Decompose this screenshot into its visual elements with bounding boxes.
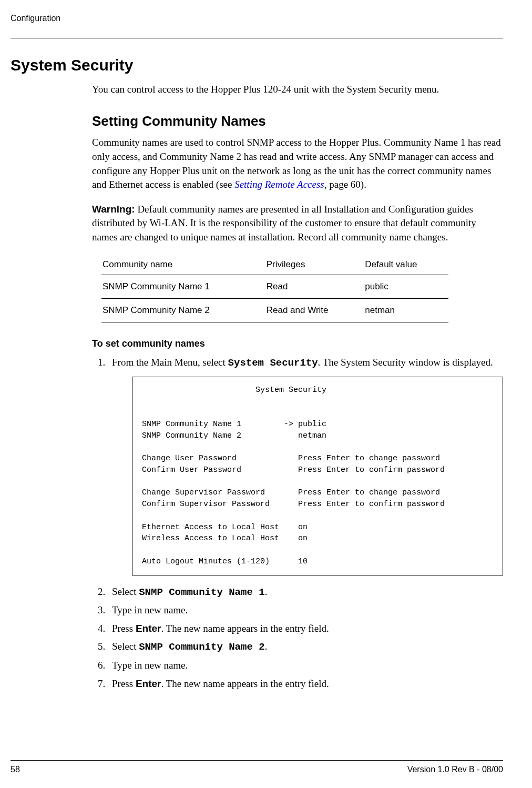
page-number: 58 — [11, 764, 20, 775]
cell: netman — [364, 299, 448, 322]
para1-b: , page 60). — [324, 179, 366, 190]
table-header-row: Community name Privileges Default value — [101, 255, 448, 275]
warning-label: Warning: — [92, 204, 135, 215]
step5-mono: SNMP Community Name 2 — [139, 641, 264, 653]
step2-a: Select — [112, 586, 139, 597]
procedure-steps: From the Main Menu, select System Securi… — [92, 356, 503, 691]
step-3: Type in new name. — [108, 603, 503, 618]
warning-paragraph: Warning: Default community names are pre… — [92, 203, 503, 245]
terminal-window: System Security SNMP Community Name 1 ->… — [132, 377, 503, 575]
step-2: Select SNMP Community Name 1. — [108, 585, 503, 600]
step7-b: . The new name appears in the entry fiel… — [161, 678, 329, 689]
privileges-table: Community name Privileges Default value … — [101, 255, 448, 322]
step7-bold: Enter — [136, 678, 161, 689]
step7-a: Press — [112, 678, 136, 689]
table-row: SNMP Community Name 2 Read and Write net… — [101, 299, 448, 322]
page-title: System Security — [11, 54, 503, 76]
procedure-title: To set community names — [92, 337, 503, 350]
header-rule — [11, 38, 503, 38]
cell: Read — [265, 275, 364, 299]
cell: Read and Write — [265, 299, 364, 322]
intro-paragraph: You can control access to the Hopper Plu… — [92, 83, 503, 97]
step-5: Select SNMP Community Name 2. — [108, 640, 503, 654]
version-string: Version 1.0 Rev B - 08/00 — [407, 764, 503, 775]
step2-mono: SNMP Community Name 1 — [139, 587, 264, 598]
setting-remote-access-link[interactable]: Setting Remote Access — [234, 179, 324, 190]
cell: public — [364, 275, 448, 299]
step-4: Press Enter. The new name appears in the… — [108, 622, 503, 636]
step4-bold: Enter — [136, 623, 161, 634]
step1-a: From the Main Menu, select — [112, 357, 228, 368]
th-privileges: Privileges — [265, 255, 364, 275]
warning-text: Default community names are presented in… — [92, 204, 476, 243]
step-7: Press Enter. The new name appears in the… — [108, 677, 503, 691]
step-1: From the Main Menu, select System Securi… — [108, 356, 503, 575]
table-row: SNMP Community Name 1 Read public — [101, 275, 448, 299]
step5-a: Select — [112, 641, 139, 652]
step1-mono: System Security — [228, 357, 318, 369]
th-community: Community name — [101, 255, 265, 275]
step5-b: . — [265, 641, 268, 652]
step4-b: . The new name appears in the entry fiel… — [161, 623, 329, 634]
step1-b: . The System Security window is displaye… — [318, 357, 493, 368]
th-default: Default value — [364, 255, 448, 275]
step2-b: . — [265, 586, 268, 597]
page-footer: 58 Version 1.0 Rev B - 08/00 — [11, 760, 503, 775]
step4-a: Press — [112, 623, 136, 634]
subsection-title: Setting Community Names — [92, 112, 503, 130]
community-description: Community names are used to control SNMP… — [92, 136, 503, 191]
step-6: Type in new name. — [108, 659, 503, 673]
cell: SNMP Community Name 2 — [101, 299, 265, 322]
cell: SNMP Community Name 1 — [101, 275, 265, 299]
header-section: Configuration — [11, 13, 503, 24]
